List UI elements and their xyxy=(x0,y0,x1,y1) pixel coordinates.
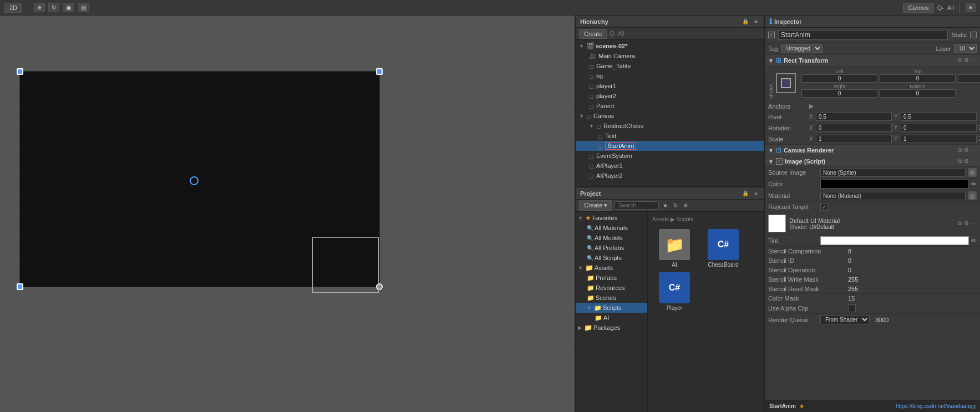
project-tree-scenes[interactable]: 📁 Scenes xyxy=(576,293,647,303)
pivot-x-input[interactable] xyxy=(816,113,892,121)
img-copy-icon[interactable]: ⧉ xyxy=(958,158,962,165)
rt-settings-icon[interactable]: ⚙ xyxy=(964,57,969,64)
project-fav-scripts[interactable]: 🔍 All Scripts xyxy=(576,253,647,263)
toolbar-icon-1[interactable]: ⊕ xyxy=(34,3,45,12)
handle-tr[interactable] xyxy=(376,68,383,75)
hierarchy-item-aiplayer2[interactable]: ◻ AIPlayer2 xyxy=(576,171,764,181)
project-menu-btn[interactable]: ≡ xyxy=(753,190,759,196)
render-queue-dropdown[interactable]: From Shader xyxy=(820,315,870,324)
file-item-chessboard[interactable]: C# ChessBoard xyxy=(701,229,745,268)
hierarchy-lock-btn[interactable]: 🔒 xyxy=(740,18,750,24)
project-star-btn[interactable]: ★ xyxy=(661,202,669,208)
hierarchy-item-canvas[interactable]: ▼ ◻ Canvas xyxy=(576,111,764,121)
hierarchy-create-btn[interactable]: Create xyxy=(579,29,607,39)
hierarchy-item-bg[interactable]: ◻ bg xyxy=(576,71,764,81)
tint-swatch[interactable] xyxy=(820,236,969,245)
canvas-renderer-section[interactable]: ▼ ⊡ Canvas Renderer ⧉ ⚙ ⋯ xyxy=(765,145,980,156)
project-fav-prefabs[interactable]: 🔍 All Prefabs xyxy=(576,243,647,253)
img-settings-icon[interactable]: ⚙ xyxy=(964,158,969,165)
rt-copy-icon[interactable]: ⧉ xyxy=(958,57,962,64)
image-active-checkbox[interactable]: ✓ xyxy=(776,158,783,165)
handle-tl[interactable] xyxy=(17,68,23,75)
toolbar-icon-2[interactable]: ↻ xyxy=(48,3,59,12)
project-fav-materials[interactable]: 🔍 All Materials xyxy=(576,223,647,233)
project-tree-prefabs[interactable]: 📁 Prefabs xyxy=(576,273,647,283)
layer-dropdown[interactable]: UI xyxy=(954,44,977,53)
hierarchy-menu-btn[interactable]: ≡ xyxy=(753,18,759,24)
project-search-input[interactable] xyxy=(615,201,659,210)
menu-icon[interactable]: ≡ xyxy=(966,3,976,12)
color-swatch[interactable] xyxy=(820,180,969,189)
image-script-section[interactable]: ▼ ✓ Image (Script) ⧉ ⚙ ⋯ xyxy=(765,156,980,167)
pivot-y-input[interactable] xyxy=(901,113,977,121)
mat-copy-icon[interactable]: ⧉ xyxy=(958,220,962,227)
hierarchy-item-aiplayer1[interactable]: ◻ AIPlayer1 xyxy=(576,161,764,171)
rect-transform-section[interactable]: ▼ ⊞ Rect Transform ⧉ ⚙ ⋯ xyxy=(765,55,980,67)
toolbar-icon-4[interactable]: ▤ xyxy=(78,3,89,12)
hierarchy-item-restrictchess[interactable]: ▼ ◻ RestractChess xyxy=(576,121,764,131)
chessboard-cs-icon: C# xyxy=(708,229,739,260)
project-lock-btn[interactable]: 🔒 xyxy=(740,190,750,196)
bottom-input[interactable] xyxy=(880,89,956,98)
file-item-player[interactable]: C# Player xyxy=(652,272,697,311)
scale-x-input[interactable] xyxy=(816,135,892,143)
stencil-id-label: Stencil ID xyxy=(768,257,846,264)
rt-more-icon[interactable]: ⋯ xyxy=(971,57,977,64)
project-tree-favorites[interactable]: ▼ ★ Favorites xyxy=(576,213,647,223)
hierarchy-item-parent[interactable]: ◻ Parent xyxy=(576,101,764,111)
stencil-operation-row: Stencil Operation 0 xyxy=(765,266,980,275)
object-name-input[interactable] xyxy=(778,30,948,40)
rot-x-input[interactable] xyxy=(816,124,892,132)
tint-edit-icon[interactable]: ✏ xyxy=(971,237,977,245)
static-checkbox[interactable] xyxy=(970,32,977,38)
cr-more-icon[interactable]: ⋯ xyxy=(971,147,977,154)
raycast-checkbox[interactable]: ✓ xyxy=(820,203,828,211)
hierarchy-scene-root[interactable]: ▼ 🎬 scenes-02* xyxy=(576,41,764,51)
inspector-icon: ℹ xyxy=(769,17,772,26)
rot-y-input[interactable] xyxy=(901,124,977,132)
hierarchy-item-main-camera[interactable]: 🎥 Main Camera xyxy=(576,51,764,61)
img-more-icon[interactable]: ⋯ xyxy=(971,158,977,165)
scale-y-input[interactable] xyxy=(901,135,977,143)
gizmos-button[interactable]: Gizmos xyxy=(903,3,933,13)
hierarchy-item-eventsystem[interactable]: ◻ EventSystem xyxy=(576,151,764,161)
cr-copy-icon[interactable]: ⧉ xyxy=(958,147,962,154)
2d-toggle-button[interactable]: 2D xyxy=(4,3,22,13)
file-item-ai[interactable]: 📁 AI xyxy=(652,229,697,268)
source-image-input[interactable] xyxy=(820,169,966,177)
use-alpha-clip-checkbox[interactable] xyxy=(848,304,856,312)
hierarchy-item-startanim[interactable]: ◻ StartAnim xyxy=(576,141,764,151)
right-input[interactable] xyxy=(801,89,877,98)
rotation-label: Rotation xyxy=(768,125,807,131)
cr-settings-icon[interactable]: ⚙ xyxy=(964,147,969,154)
source-image-pick-btn[interactable]: ◎ xyxy=(968,168,977,177)
top-input[interactable] xyxy=(880,74,956,83)
hierarchy-item-player1[interactable]: ◻ player1 xyxy=(576,81,764,91)
material-pick-btn[interactable]: ◎ xyxy=(968,191,977,200)
project-tree-packages[interactable]: ▶ 📁 Packages xyxy=(576,323,647,333)
project-fav-models[interactable]: 🔍 All Models xyxy=(576,233,647,243)
project-tree-resources[interactable]: 📁 Resources xyxy=(576,283,647,293)
canvas-icon: ◻ xyxy=(586,113,591,119)
project-tree-scripts[interactable]: ▼ 📁 Scripts xyxy=(576,303,647,313)
left-input[interactable] xyxy=(801,74,877,83)
material-input[interactable] xyxy=(820,192,966,200)
scene-canvas[interactable] xyxy=(0,16,575,412)
anchors-expand[interactable]: ▶ xyxy=(809,103,814,110)
project-collapse-btn[interactable]: ⊕ xyxy=(682,202,689,208)
project-refresh-btn[interactable]: ↻ xyxy=(672,202,679,208)
mat-settings-icon[interactable]: ⚙ xyxy=(964,220,969,227)
hierarchy-item-player2[interactable]: ◻ player2 xyxy=(576,91,764,101)
project-create-btn[interactable]: Create ▾ xyxy=(579,200,612,211)
posz-input[interactable] xyxy=(958,74,980,83)
handle-bl[interactable] xyxy=(17,283,23,290)
project-tree-assets[interactable]: ▼ 📁 Assets xyxy=(576,263,647,273)
mat-more-icon[interactable]: ⋯ xyxy=(971,220,977,227)
tag-dropdown[interactable]: Untagged xyxy=(781,44,822,53)
hierarchy-item-text[interactable]: ◻ Text xyxy=(576,131,764,141)
object-active-checkbox[interactable]: ✓ xyxy=(768,32,775,38)
project-tree-ai[interactable]: 📁 AI xyxy=(576,313,647,323)
color-edit-icon[interactable]: ✏ xyxy=(971,180,977,188)
toolbar-icon-3[interactable]: ▣ xyxy=(63,3,74,12)
hierarchy-item-game-table[interactable]: ◻ Game_Table xyxy=(576,61,764,71)
